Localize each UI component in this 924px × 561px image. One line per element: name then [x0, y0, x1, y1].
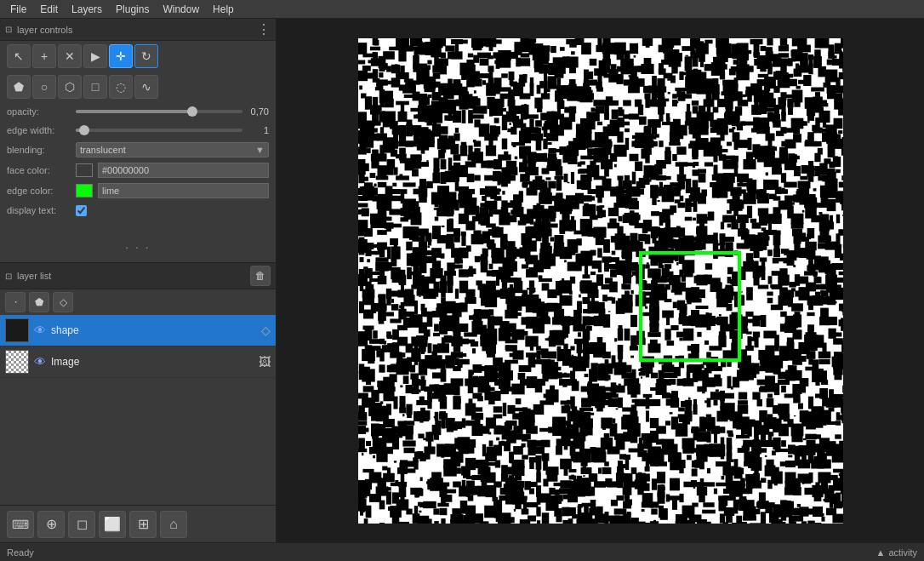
globe-btn[interactable]: ⊕	[37, 511, 65, 538]
status-bar: Ready ▲ activity	[0, 542, 924, 561]
blending-label: blending:	[7, 145, 71, 155]
edge-width-thumb[interactable]	[79, 125, 89, 135]
path-tool-btn[interactable]: ∿	[134, 75, 158, 99]
blending-chevron-icon: ▼	[255, 145, 265, 155]
grid-btn[interactable]: ⊞	[129, 511, 157, 538]
shape-layer-btn[interactable]: ⬟	[29, 292, 49, 312]
polygon-tool-btn[interactable]: ⬡	[58, 75, 82, 99]
display-text-checkbox-area	[76, 205, 87, 216]
menu-layers[interactable]: Layers	[65, 2, 109, 17]
layer-thumb-shape	[5, 318, 29, 342]
edge-width-row: edge width: 1	[0, 121, 276, 140]
menu-file[interactable]: File	[3, 2, 33, 17]
status-ready: Ready	[7, 547, 34, 558]
chevron-up-icon: ▲	[876, 547, 885, 558]
layer-controls-panel: ⊡ layer controls ⋮ ↖ + ✕ ▶ ✛ ↻ ⬟ ○ ⬡ □ ◌…	[0, 19, 276, 263]
layer-items: 👁 shape ◇ 👁 Image 🖼	[0, 315, 276, 505]
face-color-label: face color:	[7, 165, 71, 175]
move-tool-btn[interactable]: ✛	[109, 44, 133, 68]
layer-list-header: ⊡ layer list 🗑	[0, 263, 276, 289]
add-tool-btn[interactable]: +	[32, 44, 56, 68]
display-text-row: display text:	[0, 201, 276, 220]
activity-area[interactable]: ▲ activity	[876, 547, 917, 558]
opacity-value: 0,70	[248, 106, 269, 117]
blending-row: blending: translucent ▼	[0, 140, 276, 160]
layer-controls-header: ⊡ layer controls ⋮	[0, 19, 276, 41]
tools-row-1: ↖ + ✕ ▶ ✛ ↻	[0, 41, 276, 72]
activity-label: activity	[888, 547, 917, 558]
layer-eye-shape[interactable]: 👁	[34, 323, 46, 337]
face-color-input[interactable]	[98, 163, 269, 178]
menu-window[interactable]: Window	[156, 2, 206, 17]
tools-row-2: ⬟ ○ ⬡ □ ◌ ∿	[0, 72, 276, 102]
layer-item-image[interactable]: 👁 Image 🖼	[0, 346, 276, 378]
layer-type-shape-icon: ◇	[261, 323, 271, 337]
remove-tool-btn[interactable]: ✕	[58, 44, 82, 68]
arrow-tool-btn[interactable]: ↖	[7, 44, 31, 68]
terminal-btn[interactable]: ⌨	[7, 511, 34, 538]
left-panel: ⊡ layer controls ⋮ ↖ + ✕ ▶ ✛ ↻ ⬟ ○ ⬡ □ ◌…	[0, 19, 277, 542]
vector-layer-btn[interactable]: ◇	[53, 292, 73, 312]
home-btn[interactable]: ⌂	[160, 511, 187, 538]
opacity-row: opacity: 0,70	[0, 102, 276, 121]
canvas-wrapper	[358, 38, 843, 524]
layer-list-section: ⊡ layer list 🗑 ⬝ ⬟ ◇ 👁 shape ◇	[0, 263, 276, 505]
menu-plugins[interactable]: Plugins	[109, 2, 156, 17]
display-text-checkbox[interactable]	[76, 205, 87, 216]
panel-options-icon[interactable]: ⋮	[257, 21, 271, 37]
layer-thumb-image	[5, 350, 29, 374]
menubar: File Edit Layers Plugins Window Help	[0, 0, 924, 19]
ellipse-tool-btn[interactable]: ○	[32, 75, 56, 99]
canvas-area[interactable]	[277, 19, 924, 542]
layer-eye-image[interactable]: 👁	[34, 355, 46, 369]
menu-help[interactable]: Help	[206, 2, 241, 17]
delete-layer-btn[interactable]: 🗑	[250, 266, 271, 286]
edge-color-swatch[interactable]	[76, 184, 93, 197]
controls-spacer	[0, 220, 276, 237]
more-dots: · · ·	[0, 237, 276, 257]
bottom-toolbar: ⌨ ⊕ ◻ ⬜ ⊞ ⌂	[0, 505, 276, 542]
rotate-tool-btn[interactable]: ↻	[134, 44, 158, 68]
layer-controls-label: layer controls	[17, 25, 72, 35]
edge-width-track[interactable]	[76, 129, 242, 132]
face-color-row: face color:	[0, 160, 276, 180]
rect-tool-btn[interactable]: □	[83, 75, 107, 99]
face-color-swatch[interactable]	[76, 163, 93, 177]
edge-color-label: edge color:	[7, 186, 71, 196]
layer-list-label: layer list	[17, 271, 51, 281]
edge-width-label: edge width:	[7, 125, 71, 135]
layer-item-shape[interactable]: 👁 shape ◇	[0, 315, 276, 346]
layer-type-toolbar: ⬝ ⬟ ◇	[0, 289, 276, 315]
lasso-tool-btn[interactable]: ◌	[109, 75, 133, 99]
points-layer-btn[interactable]: ⬝	[5, 292, 26, 312]
node-tool-btn[interactable]: ⬟	[7, 75, 31, 99]
select-tool-btn[interactable]: ▶	[83, 44, 107, 68]
layer-name-shape: shape	[51, 324, 256, 336]
opacity-track[interactable]	[76, 110, 242, 113]
three-dots-icon: · · ·	[125, 240, 150, 254]
edge-width-value: 1	[248, 125, 269, 135]
opacity-thumb[interactable]	[187, 106, 197, 117]
main-area: ⊡ layer controls ⋮ ↖ + ✕ ▶ ✛ ↻ ⬟ ○ ⬡ □ ◌…	[0, 19, 924, 542]
layer-list-dots-icon: ⊡	[5, 272, 12, 281]
menu-edit[interactable]: Edit	[33, 2, 65, 17]
opacity-label: opacity:	[7, 106, 71, 117]
edge-color-row: edge color:	[0, 180, 276, 201]
cube-btn[interactable]: ◻	[68, 511, 95, 538]
opacity-slider-container	[76, 110, 242, 113]
main-canvas[interactable]	[358, 38, 843, 524]
opacity-fill	[76, 110, 192, 113]
edge-width-slider-container	[76, 129, 242, 132]
display-text-label: display text:	[7, 205, 71, 215]
blending-select[interactable]: translucent ▼	[76, 142, 269, 157]
edge-color-input[interactable]	[98, 183, 269, 198]
frame-btn[interactable]: ⬜	[99, 511, 126, 538]
panel-dots-icon: ⊡	[5, 25, 12, 34]
layer-type-image-icon: 🖼	[259, 355, 271, 369]
layer-list-toolbar-right: 🗑	[250, 266, 271, 286]
layer-name-image: Image	[51, 356, 254, 368]
blending-value: translucent	[80, 145, 126, 155]
